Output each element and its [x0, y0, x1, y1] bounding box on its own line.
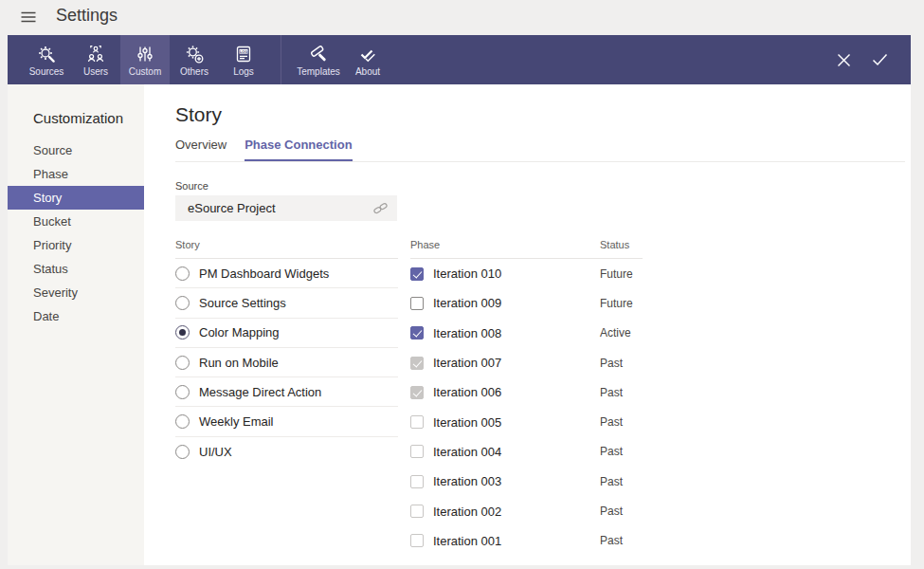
sidebar-item-bucket[interactable]: Bucket [8, 210, 144, 233]
radio-button[interactable] [175, 325, 190, 340]
radio-button[interactable] [175, 356, 190, 370]
story-option-row[interactable]: Message Direct Action [175, 377, 398, 407]
main-panel: Story Overview Phase Connection Source e… [144, 84, 911, 565]
phase-status: Past [600, 475, 623, 488]
radio-button[interactable] [175, 266, 190, 281]
phase-row: Iteration 010 Future [410, 259, 643, 288]
phase-status: Past [600, 445, 623, 458]
checkbox[interactable] [410, 297, 424, 310]
phase-row: Iteration 002 Past [410, 496, 643, 525]
svg-text:LOG: LOG [240, 50, 247, 54]
checkbox [410, 357, 424, 370]
phase-status: Past [600, 505, 623, 518]
status-column-header: Status [600, 239, 629, 250]
phase-status: Future [600, 267, 633, 281]
gear-plus-icon [184, 43, 205, 65]
phase-row: Iteration 005 Past [410, 407, 643, 436]
customization-sidebar: Customization Source Phase Story Bucket … [8, 84, 144, 565]
people-admin-icon [85, 43, 106, 65]
checkbox [410, 415, 424, 429]
radio-button[interactable] [175, 385, 190, 399]
sidebar-item-severity[interactable]: Severity [8, 281, 144, 304]
sidebar-item-status[interactable]: Status [8, 257, 144, 281]
sidebar-list: Source Phase Story Bucket Priority Statu… [8, 138, 144, 328]
paint-roller-icon [308, 43, 329, 65]
radio-button[interactable] [175, 414, 190, 429]
gear-wrench-icon [36, 43, 57, 65]
right-gutter [911, 0, 924, 569]
story-option-row[interactable]: Source Settings [175, 288, 398, 318]
phase-row: Iteration 001 Past [410, 526, 643, 556]
double-check-icon [357, 43, 378, 65]
link-icon [373, 201, 388, 215]
toolbar-tab-users[interactable]: Users [71, 35, 120, 84]
checkbox [410, 475, 424, 488]
phase-status: Past [600, 357, 623, 370]
phase-status: Active [600, 326, 631, 340]
sidebar-item-phase[interactable]: Phase [8, 162, 144, 186]
sidebar-item-story[interactable]: Story [8, 186, 144, 210]
confirm-button[interactable] [872, 53, 888, 66]
phase-status: Future [600, 297, 633, 310]
phase-connection-column: Phase Status Iteration 010 Future Iterat… [410, 231, 643, 556]
phase-status: Past [600, 415, 623, 429]
phase-row: Iteration 009 Future [410, 288, 643, 318]
checkbox[interactable] [410, 326, 424, 340]
toolbar-tab-about[interactable]: About [343, 35, 392, 84]
checkbox [410, 445, 424, 458]
toolbar-tab-others[interactable]: Others [170, 35, 219, 84]
radio-button[interactable] [175, 445, 190, 459]
checkbox[interactable] [410, 267, 424, 281]
story-tabs: Overview Phase Connection [175, 138, 353, 162]
source-value: eSource Project [188, 201, 373, 215]
story-column-header: Story [175, 231, 398, 259]
radio-button[interactable] [175, 296, 190, 310]
checkbox [410, 534, 424, 547]
toolbar-tab-logs[interactable]: LOG Logs [219, 35, 268, 84]
tab-overview[interactable]: Overview [175, 138, 226, 162]
toolbar-actions [837, 35, 911, 84]
story-option-row[interactable]: UI/UX [175, 437, 398, 467]
story-option-row[interactable]: Weekly Email [175, 407, 398, 436]
story-option-row[interactable]: Run on Mobile [175, 348, 398, 377]
phase-column-header: Phase Status [410, 231, 643, 259]
section-title: Story [175, 103, 222, 126]
sidebar-item-priority[interactable]: Priority [8, 233, 144, 257]
phase-row: Iteration 007 Past [410, 348, 643, 377]
sidebar-title: Customization [8, 84, 144, 126]
checkbox [410, 386, 424, 399]
toolbar-divider [281, 35, 281, 84]
settings-toolbar: Sources Users Custom [8, 35, 911, 84]
page-title: Settings [56, 6, 118, 26]
story-options-column: Story PM Dashboard Widgets Source Settin… [175, 231, 398, 467]
story-option-row[interactable]: Color Mapping [175, 319, 398, 348]
hamburger-menu-icon[interactable] [21, 11, 36, 23]
phase-status: Past [600, 534, 623, 547]
phase-row: Iteration 003 Past [410, 467, 643, 496]
sidebar-item-date[interactable]: Date [8, 304, 144, 328]
phase-row: Iteration 008 Active [410, 319, 643, 348]
phase-row: Iteration 004 Past [410, 437, 643, 467]
story-option-row[interactable]: PM Dashboard Widgets [175, 259, 398, 288]
source-field-label: Source [175, 180, 208, 192]
checkbox [410, 505, 424, 518]
phase-row: Iteration 006 Past [410, 377, 643, 407]
toolbar-tab-sources[interactable]: Sources [22, 35, 71, 84]
toolbar-tab-templates[interactable]: Templates [294, 35, 343, 84]
log-document-icon: LOG [233, 43, 254, 65]
tabs-divider [175, 161, 905, 162]
sliders-icon [135, 43, 155, 65]
close-button[interactable] [837, 53, 851, 67]
source-picker[interactable]: eSource Project [175, 195, 397, 221]
sidebar-item-source[interactable]: Source [8, 138, 144, 162]
tab-phase-connection[interactable]: Phase Connection [245, 138, 352, 162]
toolbar-tab-custom[interactable]: Custom [120, 35, 170, 84]
phase-status: Past [600, 386, 623, 399]
top-header: Settings [0, 0, 924, 35]
